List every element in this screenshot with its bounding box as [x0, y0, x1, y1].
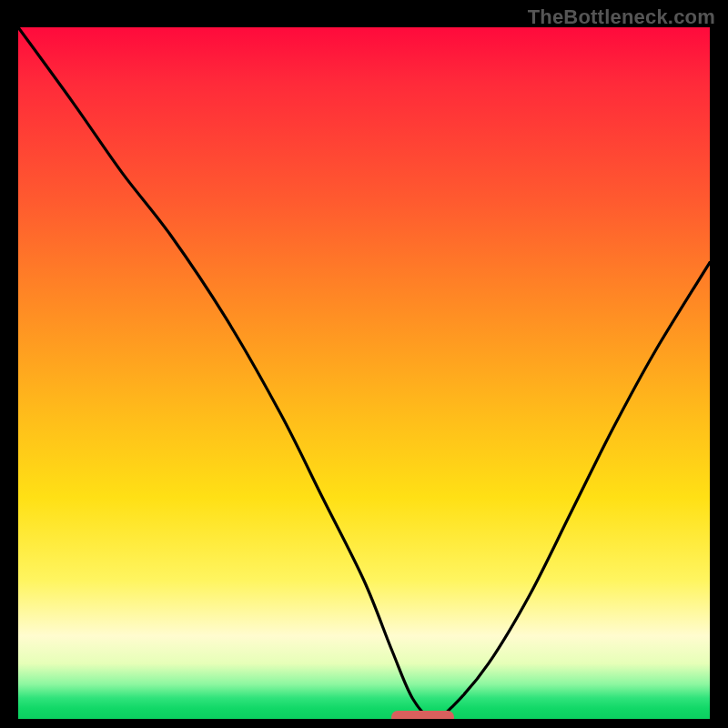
plot-area: [18, 27, 710, 719]
bottleneck-curve: [18, 27, 710, 719]
optimum-marker: [391, 711, 453, 719]
chart-stage: TheBottleneck.com: [0, 0, 728, 728]
watermark-text: TheBottleneck.com: [528, 5, 715, 29]
